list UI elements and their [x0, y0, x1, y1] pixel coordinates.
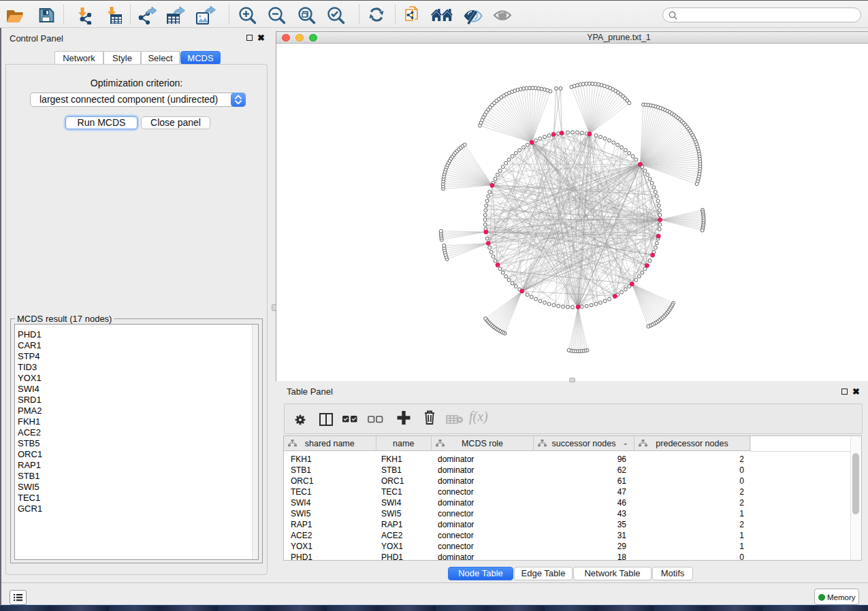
svg-text:f(x): f(x)	[469, 409, 488, 425]
